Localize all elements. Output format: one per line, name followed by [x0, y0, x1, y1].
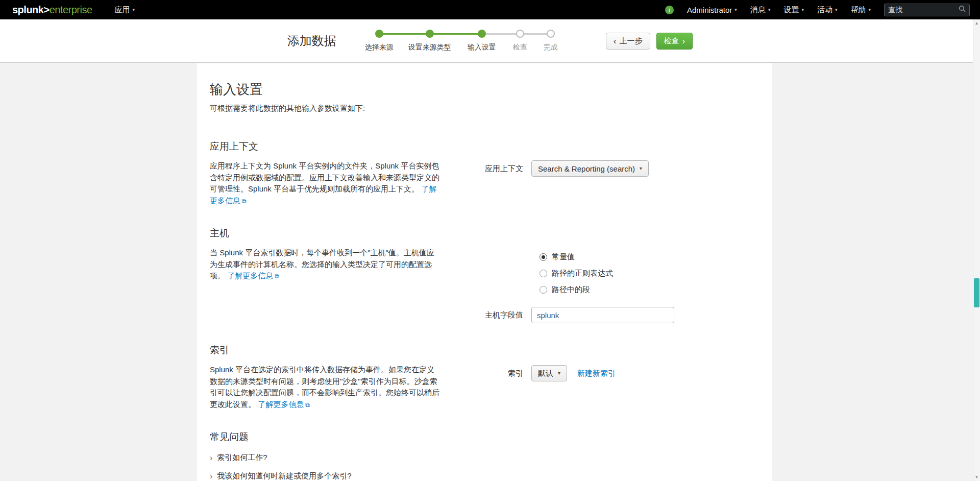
caret-down-icon: ▾: [768, 8, 771, 12]
search-icon: [959, 5, 966, 14]
activity-menu[interactable]: 活动 ▾: [817, 5, 838, 15]
external-link-icon: ⧉: [305, 401, 310, 408]
previous-step-label: 上一步: [620, 36, 643, 46]
step-indicator-select-source: [375, 30, 383, 38]
top-nav-bar: splunk> enterprise 应用 ▾ i Administrator …: [0, 0, 980, 19]
messages-menu-label: 消息: [750, 5, 766, 15]
chevron-right-icon: ›: [210, 472, 212, 480]
settings-menu-label: 设置: [783, 5, 799, 15]
radio-option-constant-value[interactable]: 常量值: [540, 252, 752, 262]
radio-label: 路径的正则表达式: [552, 269, 613, 278]
settings-menu[interactable]: 设置 ▾: [783, 5, 804, 15]
search-input[interactable]: [888, 6, 959, 14]
global-search-box[interactable]: [884, 4, 970, 16]
learn-more-label: 了解更多信息: [227, 271, 273, 280]
review-button-label: 检查: [664, 36, 679, 46]
description-text: Splunk 平台在选定的索引中将传入数据存储为事件。如果您在定义数据的来源类型…: [210, 365, 439, 408]
wizard-header: 添加数据 选择来源 设置来源类型 输入设置 检查 完成 ‹ 上一步 检查 ›: [0, 19, 980, 63]
section-host-left: 主机 当 Splunk 平台索引数据时，每个事件收到一个"主机"值。主机值应为生…: [210, 227, 439, 323]
caret-down-icon: ▾: [835, 8, 838, 12]
host-heading: 主机: [210, 227, 439, 240]
scrollbar-thumb[interactable]: [974, 278, 979, 307]
caret-down-icon: ▾: [801, 8, 804, 12]
caret-down-icon: ▾: [734, 8, 737, 12]
index-description: Splunk 平台在选定的索引中将传入数据存储为事件。如果您在定义数据的来源类型…: [210, 364, 439, 410]
external-link-icon: ⧉: [275, 273, 279, 280]
index-field-label: 索引: [455, 369, 531, 378]
wizard-title: 添加数据: [287, 33, 336, 49]
radio-option-regex-on-path[interactable]: 路径的正则表达式: [540, 269, 752, 278]
app-context-dropdown[interactable]: Search & Reporting (search) ▾: [531, 160, 649, 177]
radio-label: 路径中的段: [552, 285, 590, 295]
logo-text-enterprise: enterprise: [50, 4, 92, 16]
host-field-label: 主机字段值: [455, 310, 531, 320]
create-index-link[interactable]: 新建新索引: [577, 369, 616, 378]
main-area: 输入设置 可根据需要将此数据的其他输入参数设置如下: 应用上下文 应用程序上下文…: [0, 63, 980, 481]
app-context-dropdown-value: Search & Reporting (search): [538, 164, 635, 173]
help-menu-label: 帮助: [850, 5, 866, 15]
section-faq: 常见问题 › 索引如何工作? › 我该如何知道何时新建或使用多个索引?: [210, 430, 752, 481]
previous-step-button[interactable]: ‹ 上一步: [606, 33, 650, 50]
section-index-form: 索引 默认 ▾ 新建新索引: [455, 344, 752, 410]
account-menu[interactable]: Administrator ▾: [687, 6, 737, 14]
step-connector: [523, 33, 548, 35]
page-scrollbar[interactable]: ▲ ▼: [973, 19, 980, 481]
radio-icon[interactable]: [540, 253, 547, 261]
host-field-input[interactable]: [531, 307, 674, 323]
step-indicator-review: [516, 30, 524, 38]
radio-icon[interactable]: [540, 286, 547, 294]
app-context-field-label: 应用上下文: [455, 164, 531, 174]
wizard-buttons: ‹ 上一步 检查 ›: [606, 33, 693, 50]
section-host-form: 常量值 路径的正则表达式 路径中的段 主机字段值: [455, 227, 752, 323]
section-app-context-form: 应用上下文 Search & Reporting (search) ▾: [455, 140, 752, 206]
splunk-logo[interactable]: splunk> enterprise: [12, 4, 92, 16]
step-connector: [433, 33, 479, 35]
chevron-right-icon: ›: [210, 454, 212, 462]
top-nav-right: i Administrator ▾ 消息 ▾ 设置 ▾ 活动 ▾ 帮助 ▾: [665, 4, 970, 16]
step-indicator-set-sourcetype: [426, 30, 434, 38]
host-radio-group: 常量值 路径的正则表达式 路径中的段: [540, 252, 752, 295]
section-index: 索引 Splunk 平台在选定的索引中将传入数据存储为事件。如果您在定义数据的来…: [210, 344, 752, 410]
faq-item-how-indexes-work[interactable]: › 索引如何工作?: [210, 453, 752, 463]
radio-label: 常量值: [552, 252, 575, 262]
faq-item-when-multiple-indexes[interactable]: › 我该如何知道何时新建或使用多个索引?: [210, 471, 752, 481]
info-icon[interactable]: i: [665, 6, 674, 14]
index-dropdown[interactable]: 默认 ▾: [531, 365, 567, 381]
step-connector: [382, 33, 427, 35]
description-text: 应用程序上下文为 Splunk 平台实例内的文件夹，Splunk 平台实例包含特…: [210, 161, 439, 193]
caret-down-icon: ▾: [640, 166, 642, 171]
app-context-description: 应用程序上下文为 Splunk 平台实例内的文件夹，Splunk 平台实例包含特…: [210, 160, 439, 206]
apps-menu[interactable]: 应用 ▾: [115, 5, 135, 15]
section-app-context: 应用上下文 应用程序上下文为 Splunk 平台实例内的文件夹，Splunk 平…: [210, 140, 752, 206]
logo-text-splunk: splunk>: [12, 4, 50, 16]
review-button[interactable]: 检查 ›: [656, 33, 693, 50]
index-dropdown-value: 默认: [538, 369, 553, 378]
step-label: 完成: [518, 43, 584, 52]
help-menu[interactable]: 帮助 ▾: [850, 5, 871, 15]
page-title: 输入设置: [210, 81, 752, 99]
learn-more-label: 了解更多信息: [258, 400, 304, 408]
scroll-down-arrow-icon[interactable]: ▼: [973, 475, 980, 479]
chevron-left-icon: ‹: [614, 37, 617, 45]
scroll-up-arrow-icon[interactable]: ▲: [973, 21, 980, 26]
section-host: 主机 当 Splunk 平台索引数据时，每个事件收到一个"主机"值。主机值应为生…: [210, 227, 752, 323]
app-context-heading: 应用上下文: [210, 140, 439, 153]
section-index-left: 索引 Splunk 平台在选定的索引中将传入数据存储为事件。如果您在定义数据的来…: [210, 344, 439, 410]
learn-more-link[interactable]: 了解更多信息⧉: [227, 271, 279, 280]
apps-menu-label: 应用: [115, 5, 130, 15]
radio-option-segment-in-path[interactable]: 路径中的段: [540, 285, 752, 295]
step-indicator-done: [547, 30, 555, 38]
wizard-stepper: 选择来源 设置来源类型 输入设置 检查 完成: [360, 29, 582, 53]
learn-more-link[interactable]: 了解更多信息⧉: [258, 400, 310, 408]
caret-down-icon: ▾: [868, 8, 871, 12]
step-indicator-input-settings: [478, 30, 486, 38]
activity-menu-label: 活动: [817, 5, 832, 15]
radio-icon[interactable]: [540, 270, 547, 277]
index-heading: 索引: [210, 344, 439, 357]
external-link-icon: ⧉: [242, 198, 247, 205]
host-description: 当 Splunk 平台索引数据时，每个事件收到一个"主机"值。主机值应为生成事件…: [210, 247, 439, 282]
messages-menu[interactable]: 消息 ▾: [750, 5, 771, 15]
faq-question: 索引如何工作?: [217, 453, 267, 463]
section-app-context-left: 应用上下文 应用程序上下文为 Splunk 平台实例内的文件夹，Splunk 平…: [210, 140, 439, 206]
step-connector: [485, 33, 517, 35]
